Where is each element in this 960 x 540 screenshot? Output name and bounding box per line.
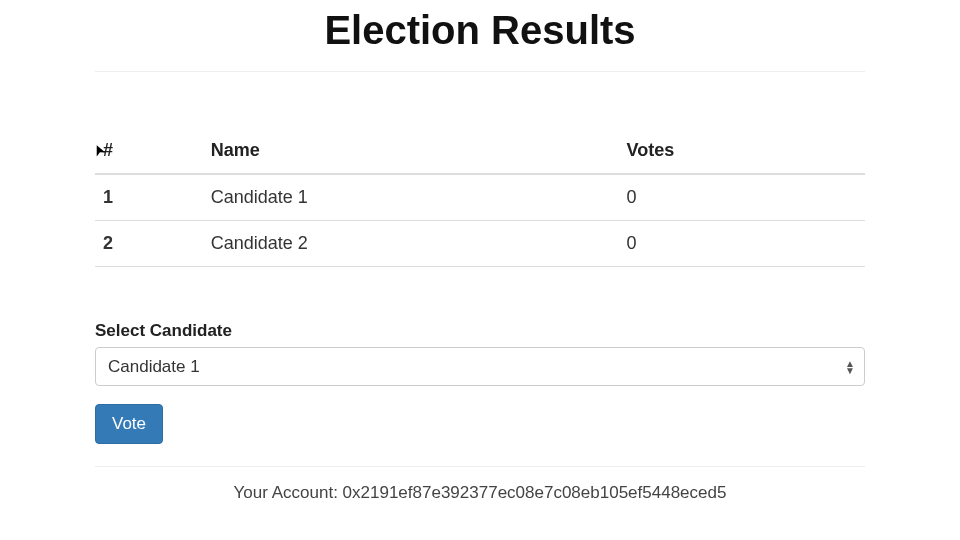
- cell-name: Candidate 2: [203, 221, 619, 267]
- page-title: Election Results: [95, 8, 865, 53]
- table-row: 2 Candidate 2 0: [95, 221, 865, 267]
- cell-id: 2: [95, 221, 203, 267]
- candidate-select[interactable]: Candidate 1 Candidate 2: [95, 347, 865, 386]
- col-header-id: #: [95, 128, 203, 174]
- account-prefix: Your Account:: [234, 483, 343, 502]
- cell-votes: 0: [619, 221, 865, 267]
- cell-votes: 0: [619, 174, 865, 221]
- cell-id: 1: [95, 174, 203, 221]
- cell-name: Candidate 1: [203, 174, 619, 221]
- vote-button[interactable]: Vote: [95, 404, 163, 444]
- vote-form: Select Candidate Candidate 1 Candidate 2…: [95, 321, 865, 444]
- results-table-wrap: # Name Votes 1 Candidate 1 0 2 Candidate…: [95, 128, 865, 267]
- divider-top: [95, 71, 865, 72]
- col-header-name: Name: [203, 128, 619, 174]
- divider-bottom: [95, 466, 865, 467]
- account-line: Your Account: 0x2191ef87e392377ec08e7c08…: [95, 483, 865, 503]
- col-header-votes: Votes: [619, 128, 865, 174]
- results-table: # Name Votes 1 Candidate 1 0 2 Candidate…: [95, 128, 865, 267]
- account-address: 0x2191ef87e392377ec08e7c08eb105ef5448ece…: [343, 483, 727, 502]
- select-candidate-label: Select Candidate: [95, 321, 865, 341]
- table-row: 1 Candidate 1 0: [95, 174, 865, 221]
